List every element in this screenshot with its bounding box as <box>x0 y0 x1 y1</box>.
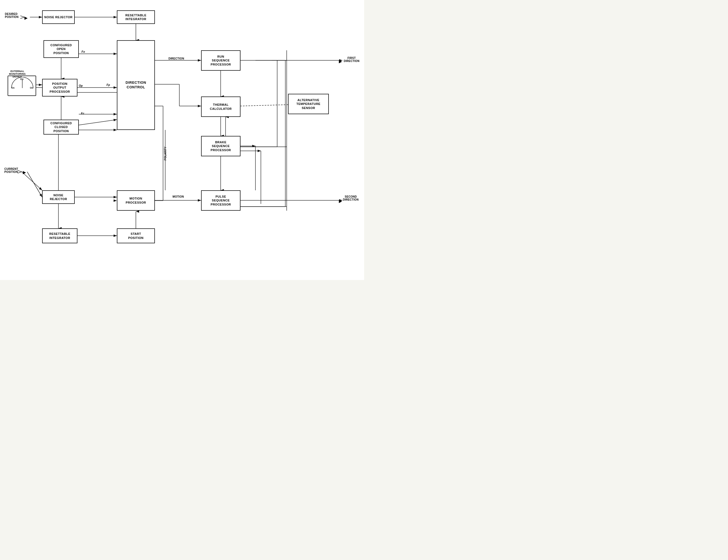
direction-label: DIRECTION <box>169 57 184 60</box>
svg-line-37 <box>22 172 42 190</box>
brake-sequence-processor-block: BRAKESEQUENCEPROCESSOR <box>201 136 241 156</box>
current-position-arrow: ▶ <box>23 170 26 175</box>
first-direction-label: FIRSTDIRECTION <box>344 57 360 63</box>
svg-line-10 <box>79 120 117 125</box>
configured-closed-position-block: CONFIGUREDCLOSEDPOSITION <box>43 120 79 135</box>
fo-label: Fo <box>82 50 85 53</box>
alternative-temp-sensor-block: ALTERNATIVETEMPERATURESENSOR <box>288 94 329 114</box>
motion-label: MOTION <box>173 195 184 198</box>
svg-line-36 <box>27 172 42 197</box>
fp-label: Fp <box>107 83 110 86</box>
start-position-block: STARTPOSITION <box>117 228 155 243</box>
noise-rejector-bottom-block: NOISEREJECTOR <box>42 190 75 204</box>
svg-text:POLARITY: POLARITY <box>164 147 167 160</box>
resettable-integrator-bottom-block: RESETTABLEINTEGRATOR <box>42 228 77 243</box>
meter-arc: Oc Op Oo <box>10 77 35 89</box>
external-monitoring-device: Oc Op Oo <box>8 76 36 96</box>
thermal-calculator-block: THERMALCALCULATOR <box>201 97 241 117</box>
fc-label: Fc <box>81 112 84 115</box>
noise-rejector-top-block: NOISE REJECTOR <box>42 10 75 24</box>
svg-text:Oc: Oc <box>11 86 15 89</box>
pulse-sequence-processor-block: PULSESEQUENCEPROCESSOR <box>201 190 241 211</box>
block-diagram: POLARITY <box>0 0 364 280</box>
second-direction-arrow: ▶ <box>339 199 342 203</box>
first-direction-arrow: ▶ <box>339 59 342 64</box>
svg-line-34 <box>241 105 288 106</box>
desired-position-arrow: ▶ <box>24 16 27 20</box>
motion-processor-block: MOTIONPROCESSOR <box>117 190 155 211</box>
svg-text:Oo: Oo <box>30 86 33 89</box>
op-label: Op <box>79 84 83 87</box>
run-sequence-processor-block: RUNSEQUENCEPROCESSOR <box>201 50 241 71</box>
second-direction-label: SECONDDIRECTION <box>343 195 359 201</box>
svg-text:Op: Op <box>20 78 24 80</box>
external-monitoring-label: EXTERNALMONITORINGDEVICE <box>4 70 31 78</box>
position-output-processor-block: POSITIONOUTPUTPROCESSOR <box>42 79 77 97</box>
configured-open-position-block: CONFIGUREDOPENPOSITION <box>43 40 79 58</box>
current-position-label: CURRENTPOSITION <box>4 167 18 173</box>
direction-control-block: DIRECTIONCONTROL <box>117 40 155 130</box>
resettable-integrator-top-block: RESETTABLEINTEGRATOR <box>117 10 155 24</box>
desired-position-label: DESIREDPOSITION <box>5 13 18 18</box>
